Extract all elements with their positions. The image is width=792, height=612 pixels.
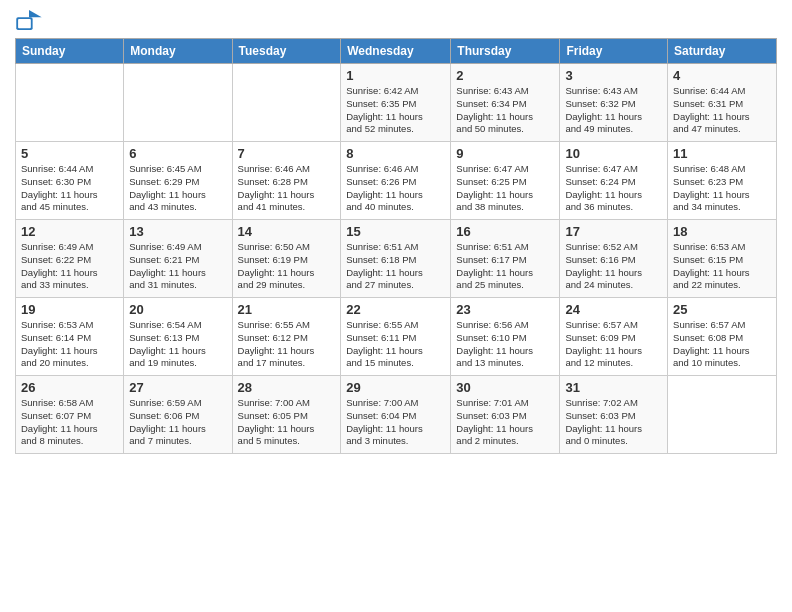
calendar-day-cell: 21Sunrise: 6:55 AM Sunset: 6:12 PM Dayli… xyxy=(232,298,341,376)
day-detail: Sunrise: 6:46 AM Sunset: 6:26 PM Dayligh… xyxy=(346,163,423,212)
calendar-day-cell: 13Sunrise: 6:49 AM Sunset: 6:21 PM Dayli… xyxy=(124,220,232,298)
calendar-week-row: 1Sunrise: 6:42 AM Sunset: 6:35 PM Daylig… xyxy=(16,64,777,142)
day-detail: Sunrise: 6:48 AM Sunset: 6:23 PM Dayligh… xyxy=(673,163,750,212)
day-number: 5 xyxy=(21,146,118,161)
day-detail: Sunrise: 6:55 AM Sunset: 6:11 PM Dayligh… xyxy=(346,319,423,368)
calendar-day-cell: 29Sunrise: 7:00 AM Sunset: 6:04 PM Dayli… xyxy=(341,376,451,454)
day-number: 29 xyxy=(346,380,445,395)
day-detail: Sunrise: 6:59 AM Sunset: 6:06 PM Dayligh… xyxy=(129,397,206,446)
weekday-header-cell: Sunday xyxy=(16,39,124,64)
day-detail: Sunrise: 7:01 AM Sunset: 6:03 PM Dayligh… xyxy=(456,397,533,446)
day-number: 13 xyxy=(129,224,226,239)
calendar-day-cell: 17Sunrise: 6:52 AM Sunset: 6:16 PM Dayli… xyxy=(560,220,668,298)
day-number: 8 xyxy=(346,146,445,161)
calendar-day-cell: 7Sunrise: 6:46 AM Sunset: 6:28 PM Daylig… xyxy=(232,142,341,220)
day-detail: Sunrise: 6:47 AM Sunset: 6:25 PM Dayligh… xyxy=(456,163,533,212)
weekday-header-row: SundayMondayTuesdayWednesdayThursdayFrid… xyxy=(16,39,777,64)
day-number: 18 xyxy=(673,224,771,239)
weekday-header-cell: Thursday xyxy=(451,39,560,64)
calendar-week-row: 26Sunrise: 6:58 AM Sunset: 6:07 PM Dayli… xyxy=(16,376,777,454)
day-number: 10 xyxy=(565,146,662,161)
day-detail: Sunrise: 6:50 AM Sunset: 6:19 PM Dayligh… xyxy=(238,241,315,290)
logo xyxy=(15,10,47,30)
calendar-day-cell: 12Sunrise: 6:49 AM Sunset: 6:22 PM Dayli… xyxy=(16,220,124,298)
header xyxy=(15,10,777,30)
calendar-day-cell: 2Sunrise: 6:43 AM Sunset: 6:34 PM Daylig… xyxy=(451,64,560,142)
day-number: 21 xyxy=(238,302,336,317)
calendar-day-cell: 31Sunrise: 7:02 AM Sunset: 6:03 PM Dayli… xyxy=(560,376,668,454)
svg-marker-1 xyxy=(29,10,42,17)
day-number: 20 xyxy=(129,302,226,317)
day-number: 23 xyxy=(456,302,554,317)
day-number: 22 xyxy=(346,302,445,317)
calendar-day-cell: 14Sunrise: 6:50 AM Sunset: 6:19 PM Dayli… xyxy=(232,220,341,298)
day-number: 28 xyxy=(238,380,336,395)
day-number: 27 xyxy=(129,380,226,395)
day-detail: Sunrise: 7:00 AM Sunset: 6:05 PM Dayligh… xyxy=(238,397,315,446)
calendar-day-cell: 24Sunrise: 6:57 AM Sunset: 6:09 PM Dayli… xyxy=(560,298,668,376)
calendar-day-cell: 3Sunrise: 6:43 AM Sunset: 6:32 PM Daylig… xyxy=(560,64,668,142)
day-number: 25 xyxy=(673,302,771,317)
day-number: 17 xyxy=(565,224,662,239)
day-number: 7 xyxy=(238,146,336,161)
calendar-day-cell: 28Sunrise: 7:00 AM Sunset: 6:05 PM Dayli… xyxy=(232,376,341,454)
day-detail: Sunrise: 6:57 AM Sunset: 6:08 PM Dayligh… xyxy=(673,319,750,368)
weekday-header-cell: Saturday xyxy=(668,39,777,64)
calendar-container: SundayMondayTuesdayWednesdayThursdayFrid… xyxy=(0,0,792,464)
calendar-day-cell xyxy=(232,64,341,142)
day-number: 15 xyxy=(346,224,445,239)
logo-icon xyxy=(15,10,43,30)
calendar-week-row: 5Sunrise: 6:44 AM Sunset: 6:30 PM Daylig… xyxy=(16,142,777,220)
calendar-day-cell: 9Sunrise: 6:47 AM Sunset: 6:25 PM Daylig… xyxy=(451,142,560,220)
calendar-day-cell: 26Sunrise: 6:58 AM Sunset: 6:07 PM Dayli… xyxy=(16,376,124,454)
day-detail: Sunrise: 6:42 AM Sunset: 6:35 PM Dayligh… xyxy=(346,85,423,134)
weekday-header-cell: Monday xyxy=(124,39,232,64)
day-detail: Sunrise: 6:56 AM Sunset: 6:10 PM Dayligh… xyxy=(456,319,533,368)
day-number: 19 xyxy=(21,302,118,317)
day-number: 1 xyxy=(346,68,445,83)
calendar-day-cell: 23Sunrise: 6:56 AM Sunset: 6:10 PM Dayli… xyxy=(451,298,560,376)
calendar-day-cell: 15Sunrise: 6:51 AM Sunset: 6:18 PM Dayli… xyxy=(341,220,451,298)
day-number: 6 xyxy=(129,146,226,161)
day-number: 16 xyxy=(456,224,554,239)
calendar-day-cell: 6Sunrise: 6:45 AM Sunset: 6:29 PM Daylig… xyxy=(124,142,232,220)
day-detail: Sunrise: 6:44 AM Sunset: 6:31 PM Dayligh… xyxy=(673,85,750,134)
day-detail: Sunrise: 6:46 AM Sunset: 6:28 PM Dayligh… xyxy=(238,163,315,212)
day-detail: Sunrise: 6:51 AM Sunset: 6:17 PM Dayligh… xyxy=(456,241,533,290)
day-number: 3 xyxy=(565,68,662,83)
weekday-header-cell: Friday xyxy=(560,39,668,64)
calendar-day-cell: 18Sunrise: 6:53 AM Sunset: 6:15 PM Dayli… xyxy=(668,220,777,298)
day-detail: Sunrise: 7:02 AM Sunset: 6:03 PM Dayligh… xyxy=(565,397,642,446)
day-number: 30 xyxy=(456,380,554,395)
calendar-day-cell: 8Sunrise: 6:46 AM Sunset: 6:26 PM Daylig… xyxy=(341,142,451,220)
calendar-day-cell xyxy=(668,376,777,454)
calendar-day-cell: 22Sunrise: 6:55 AM Sunset: 6:11 PM Dayli… xyxy=(341,298,451,376)
day-number: 31 xyxy=(565,380,662,395)
day-number: 24 xyxy=(565,302,662,317)
day-detail: Sunrise: 6:47 AM Sunset: 6:24 PM Dayligh… xyxy=(565,163,642,212)
day-number: 2 xyxy=(456,68,554,83)
day-detail: Sunrise: 6:55 AM Sunset: 6:12 PM Dayligh… xyxy=(238,319,315,368)
day-detail: Sunrise: 6:52 AM Sunset: 6:16 PM Dayligh… xyxy=(565,241,642,290)
day-detail: Sunrise: 7:00 AM Sunset: 6:04 PM Dayligh… xyxy=(346,397,423,446)
day-detail: Sunrise: 6:53 AM Sunset: 6:14 PM Dayligh… xyxy=(21,319,98,368)
weekday-header-cell: Tuesday xyxy=(232,39,341,64)
day-detail: Sunrise: 6:43 AM Sunset: 6:34 PM Dayligh… xyxy=(456,85,533,134)
day-detail: Sunrise: 6:53 AM Sunset: 6:15 PM Dayligh… xyxy=(673,241,750,290)
calendar-week-row: 19Sunrise: 6:53 AM Sunset: 6:14 PM Dayli… xyxy=(16,298,777,376)
day-number: 11 xyxy=(673,146,771,161)
calendar-day-cell: 16Sunrise: 6:51 AM Sunset: 6:17 PM Dayli… xyxy=(451,220,560,298)
svg-rect-2 xyxy=(18,19,31,28)
calendar-body: 1Sunrise: 6:42 AM Sunset: 6:35 PM Daylig… xyxy=(16,64,777,454)
calendar-day-cell: 4Sunrise: 6:44 AM Sunset: 6:31 PM Daylig… xyxy=(668,64,777,142)
calendar-day-cell: 11Sunrise: 6:48 AM Sunset: 6:23 PM Dayli… xyxy=(668,142,777,220)
day-detail: Sunrise: 6:49 AM Sunset: 6:21 PM Dayligh… xyxy=(129,241,206,290)
day-detail: Sunrise: 6:51 AM Sunset: 6:18 PM Dayligh… xyxy=(346,241,423,290)
day-detail: Sunrise: 6:49 AM Sunset: 6:22 PM Dayligh… xyxy=(21,241,98,290)
calendar-day-cell: 20Sunrise: 6:54 AM Sunset: 6:13 PM Dayli… xyxy=(124,298,232,376)
day-detail: Sunrise: 6:58 AM Sunset: 6:07 PM Dayligh… xyxy=(21,397,98,446)
day-number: 26 xyxy=(21,380,118,395)
day-detail: Sunrise: 6:43 AM Sunset: 6:32 PM Dayligh… xyxy=(565,85,642,134)
calendar-table: SundayMondayTuesdayWednesdayThursdayFrid… xyxy=(15,38,777,454)
weekday-header-cell: Wednesday xyxy=(341,39,451,64)
